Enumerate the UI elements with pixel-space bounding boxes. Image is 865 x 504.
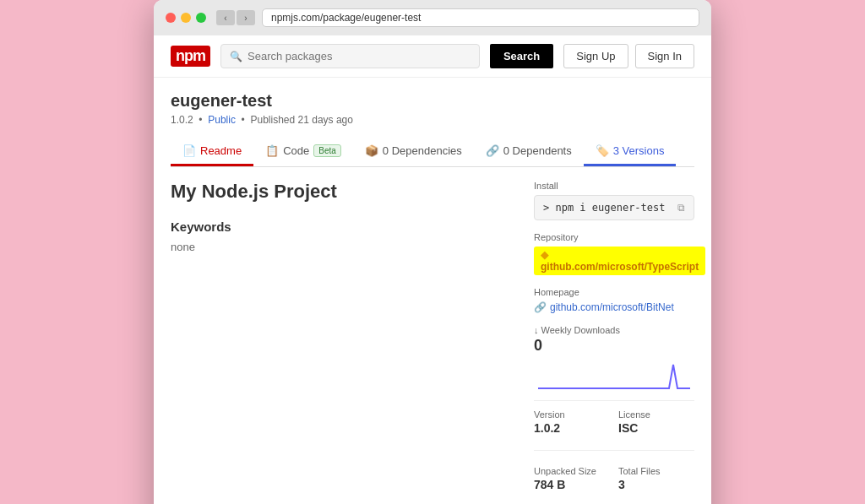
unpacked-size-stat: Unpacked Size 784 B	[534, 466, 610, 491]
back-button[interactable]: ‹	[216, 10, 235, 25]
search-icon: 🔍	[230, 51, 242, 62]
package-name: eugener-test	[171, 91, 694, 111]
content-area: eugener-test 1.0.2 • Public • Published …	[154, 78, 711, 504]
install-section: Install > npm i eugener-test ⧉	[534, 181, 694, 220]
downloads-count: 0	[534, 337, 694, 355]
search-button[interactable]: Search	[490, 44, 553, 68]
copy-icon[interactable]: ⧉	[677, 202, 685, 214]
main-content: My Node.js Project Keywords none Install…	[171, 181, 694, 504]
repository-section: Repository ◆ github.com/microsoft/TypeSc…	[534, 232, 694, 275]
stats-divider	[534, 450, 694, 451]
tab-dependencies[interactable]: 📦 0 Dependencies	[353, 138, 474, 166]
header-links: Sign Up Sign In	[563, 44, 694, 68]
maximize-button[interactable]	[196, 13, 206, 23]
tab-versions-label: 3 Versions	[613, 144, 665, 157]
npm-header: npm 🔍 Search Sign Up Sign In	[154, 35, 711, 78]
dependents-icon: 🔗	[486, 144, 499, 157]
install-label: Install	[534, 181, 694, 191]
search-bar-container: 🔍	[220, 44, 480, 68]
readme-icon: 📄	[182, 144, 196, 157]
tab-code[interactable]: 📋 Code Beta	[253, 138, 353, 166]
traffic-lights	[166, 13, 206, 23]
downloads-label: ↓ Weekly Downloads	[534, 325, 694, 335]
weekly-downloads-chart	[534, 356, 694, 390]
repository-link[interactable]: ◆ github.com/microsoft/TypeScript	[534, 247, 705, 275]
version-value: 1.0.2	[534, 421, 610, 435]
signup-button[interactable]: Sign Up	[563, 44, 628, 68]
repository-url: github.com/microsoft/TypeScript	[541, 261, 699, 273]
url-text: npmjs.com/package/eugener-test	[271, 12, 421, 24]
left-panel: My Node.js Project Keywords none	[171, 181, 517, 504]
public-badge: Public	[208, 114, 236, 126]
package-meta: 1.0.2 • Public • Published 21 days ago	[171, 114, 694, 126]
published-date: Published 21 days ago	[250, 114, 352, 126]
unpacked-size-value: 784 B	[534, 478, 610, 491]
license-label: License	[618, 409, 694, 420]
tab-readme[interactable]: 📄 Readme	[171, 138, 253, 166]
version-label: Version	[534, 409, 610, 420]
total-files-value: 3	[618, 478, 694, 491]
tab-readme-label: Readme	[200, 144, 242, 157]
homepage-section: Homepage 🔗 github.com/microsoft/BitNet	[534, 287, 694, 313]
forward-button[interactable]: ›	[237, 10, 255, 25]
keywords-section: Keywords none	[171, 219, 517, 253]
url-bar[interactable]: npmjs.com/package/eugener-test	[262, 8, 699, 27]
right-panel: Install > npm i eugener-test ⧉ Repositor…	[534, 181, 694, 504]
tabs: 📄 Readme 📋 Code Beta 📦 0 Dependencies 🔗 …	[171, 138, 694, 167]
tab-versions[interactable]: 🏷️ 3 Versions	[584, 138, 677, 166]
homepage-link[interactable]: 🔗 github.com/microsoft/BitNet	[534, 301, 694, 313]
code-icon: 📋	[265, 144, 279, 157]
repository-label: Repository	[534, 232, 694, 242]
project-heading: My Node.js Project	[171, 181, 517, 203]
tab-dependencies-label: 0 Dependencies	[383, 144, 462, 157]
keywords-value: none	[171, 241, 517, 253]
install-box[interactable]: > npm i eugener-test ⧉	[534, 195, 694, 220]
total-files-label: Total Files	[618, 466, 694, 476]
license-value: ISC	[618, 421, 694, 435]
tab-dependents[interactable]: 🔗 0 Dependents	[474, 138, 584, 166]
package-version: 1.0.2	[171, 114, 193, 126]
downloads-section: ↓ Weekly Downloads 0	[534, 325, 694, 390]
link-icon: 🔗	[534, 301, 547, 313]
beta-badge: Beta	[313, 144, 341, 157]
nav-buttons: ‹ ›	[216, 10, 255, 25]
minimize-button[interactable]	[181, 13, 191, 23]
dependencies-icon: 📦	[365, 144, 378, 157]
keywords-heading: Keywords	[171, 219, 517, 234]
versions-icon: 🏷️	[596, 144, 609, 157]
total-files-stat: Total Files 3	[618, 466, 694, 491]
close-button[interactable]	[166, 13, 176, 23]
npm-logo: npm	[171, 46, 210, 67]
browser-window: ‹ › npmjs.com/package/eugener-test npm 🔍…	[154, 0, 711, 504]
version-stat: Version 1.0.2	[534, 409, 610, 435]
search-input[interactable]	[248, 50, 471, 62]
tab-code-label: Code	[283, 144, 309, 157]
title-bar: ‹ › npmjs.com/package/eugener-test	[154, 0, 711, 35]
homepage-url: github.com/microsoft/BitNet	[550, 301, 674, 313]
unpacked-size-label: Unpacked Size	[534, 466, 610, 476]
homepage-label: Homepage	[534, 287, 694, 297]
license-stat: License ISC	[618, 409, 694, 435]
diamond-icon: ◆	[541, 249, 548, 261]
install-command: > npm i eugener-test	[543, 202, 666, 214]
signin-button[interactable]: Sign In	[635, 44, 694, 68]
tab-dependents-label: 0 Dependents	[503, 144, 572, 157]
stats-grid: Version 1.0.2 License ISC Unpacked Size …	[534, 400, 694, 504]
